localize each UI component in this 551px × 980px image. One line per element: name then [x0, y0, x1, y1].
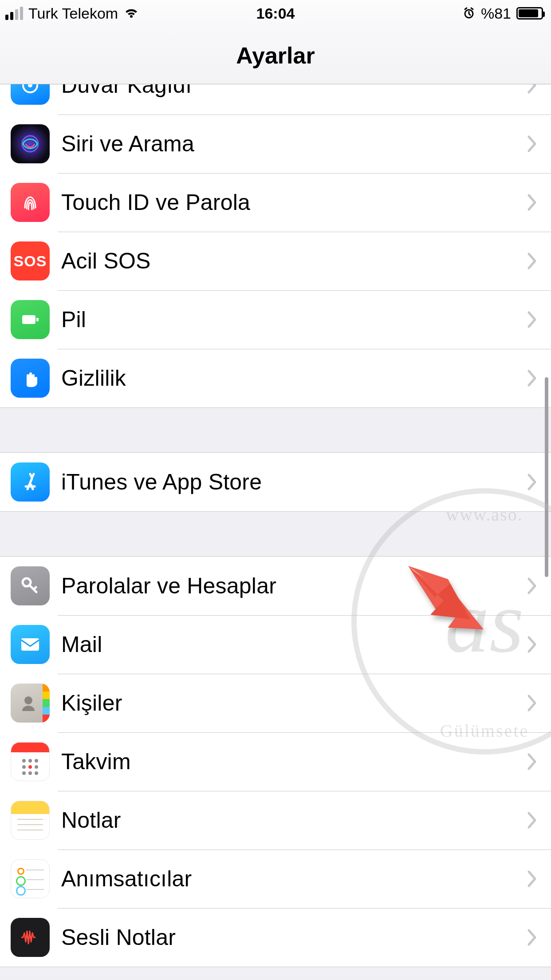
- settings-group: iTunes ve App Store: [0, 452, 551, 512]
- chevron-right-icon: [527, 870, 538, 888]
- row-label: Takvim: [61, 749, 527, 775]
- fingerprint-icon: [11, 183, 50, 222]
- row-label: Parolalar ve Hesaplar: [61, 573, 527, 599]
- row-label: Pil: [61, 307, 527, 332]
- row-label: iTunes ve App Store: [61, 469, 527, 495]
- settings-group: Duvar Kağıdı Siri ve Arama Touch ID ve P…: [0, 84, 551, 408]
- chevron-right-icon: [527, 84, 538, 94]
- voice-memo-icon: [11, 918, 50, 957]
- chevron-right-icon: [527, 577, 538, 595]
- row-sos[interactable]: SOS Acil SOS: [0, 232, 551, 290]
- siri-icon: [11, 124, 50, 163]
- row-label: Anımsatıcılar: [61, 866, 527, 892]
- row-siri[interactable]: Siri ve Arama: [0, 115, 551, 173]
- chevron-right-icon: [527, 811, 538, 829]
- chevron-right-icon: [527, 753, 538, 771]
- row-touchid[interactable]: Touch ID ve Parola: [0, 173, 551, 232]
- nav-header: Ayarlar: [0, 27, 551, 84]
- notes-icon: [11, 801, 50, 840]
- wallpaper-icon: [11, 84, 50, 105]
- scrollbar-indicator[interactable]: [545, 377, 548, 577]
- row-appstore[interactable]: iTunes ve App Store: [0, 453, 551, 511]
- status-bar: Turk Telekom 16:04 %81: [0, 0, 551, 27]
- reminders-icon: [11, 859, 50, 898]
- chevron-right-icon: [527, 929, 538, 946]
- row-wallpaper[interactable]: Duvar Kağıdı: [0, 84, 551, 115]
- chevron-right-icon: [527, 473, 538, 491]
- status-right: %81: [462, 5, 543, 22]
- svg-rect-4: [22, 315, 35, 324]
- battery-percent-label: %81: [481, 5, 511, 22]
- hand-icon: [11, 359, 50, 398]
- contacts-icon: [11, 684, 50, 723]
- wifi-icon: [123, 5, 139, 21]
- svg-point-8: [24, 696, 32, 704]
- row-label: Siri ve Arama: [61, 131, 527, 157]
- status-left: Turk Telekom: [5, 5, 139, 22]
- row-label: Touch ID ve Parola: [61, 190, 527, 215]
- battery-icon: [11, 300, 50, 339]
- svg-rect-5: [36, 318, 39, 321]
- alarm-icon: [462, 7, 476, 20]
- row-label: Notlar: [61, 807, 527, 833]
- page-title: Ayarlar: [236, 42, 315, 69]
- settings-list[interactable]: Duvar Kağıdı Siri ve Arama Touch ID ve P…: [0, 84, 551, 980]
- chevron-right-icon: [527, 369, 538, 387]
- settings-screen: Turk Telekom 16:04 %81 Ayarlar Duvar Kağ…: [0, 0, 551, 980]
- svg-point-3: [22, 136, 38, 152]
- mail-icon: [11, 625, 50, 664]
- chevron-right-icon: [527, 694, 538, 712]
- sos-icon: SOS: [11, 241, 50, 281]
- chevron-right-icon: [527, 194, 538, 211]
- chevron-right-icon: [527, 135, 538, 153]
- row-label: Duvar Kağıdı: [61, 84, 527, 98]
- row-notes[interactable]: Notlar: [0, 791, 551, 850]
- row-label: Kişiler: [61, 690, 527, 716]
- row-privacy[interactable]: Gizlilik: [0, 349, 551, 407]
- chevron-right-icon: [527, 311, 538, 328]
- group-spacer: [0, 512, 551, 556]
- row-label: Acil SOS: [61, 248, 527, 274]
- row-battery[interactable]: Pil: [0, 290, 551, 349]
- calendar-icon: [11, 742, 50, 781]
- settings-group: Parolalar ve Hesaplar Mail Kişiler Takvi…: [0, 556, 551, 967]
- row-calendar[interactable]: Takvim: [0, 732, 551, 791]
- row-mail[interactable]: Mail: [0, 615, 551, 674]
- row-label: Gizlilik: [61, 365, 527, 391]
- row-passwords[interactable]: Parolalar ve Hesaplar: [0, 557, 551, 615]
- row-label: Sesli Notlar: [61, 925, 527, 950]
- battery-icon: [516, 7, 543, 20]
- group-spacer: [0, 408, 551, 452]
- carrier-label: Turk Telekom: [28, 5, 118, 22]
- cellular-signal-icon: [5, 7, 23, 20]
- row-label: Mail: [61, 632, 527, 657]
- chevron-right-icon: [527, 252, 538, 270]
- row-voice[interactable]: Sesli Notlar: [0, 908, 551, 967]
- chevron-right-icon: [527, 636, 538, 653]
- key-icon: [11, 566, 50, 605]
- appstore-icon: [11, 462, 50, 502]
- clock-label: 16:04: [256, 5, 295, 22]
- row-contacts[interactable]: Kişiler: [0, 674, 551, 732]
- sos-text: SOS: [14, 253, 47, 270]
- svg-point-2: [28, 84, 32, 87]
- svg-rect-7: [21, 638, 39, 651]
- row-reminders[interactable]: Anımsatıcılar: [0, 850, 551, 908]
